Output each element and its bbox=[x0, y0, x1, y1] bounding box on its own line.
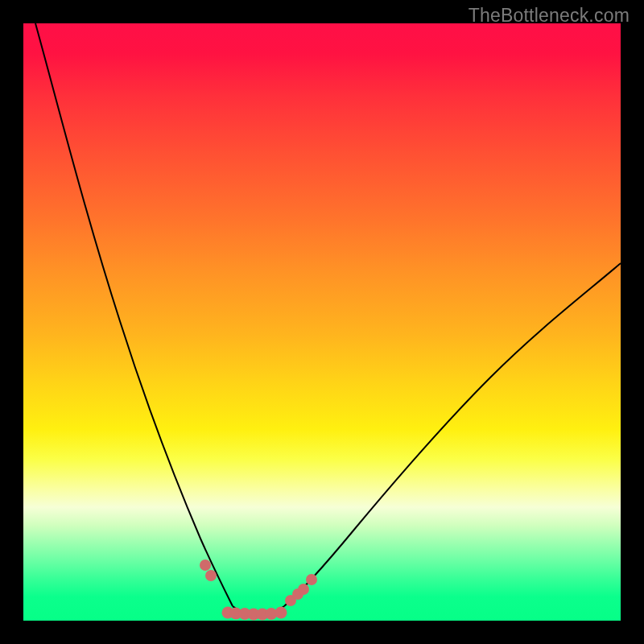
left-dots bbox=[200, 559, 217, 581]
right-curve bbox=[284, 263, 621, 606]
plot-area bbox=[23, 23, 621, 621]
watermark-text: TheBottleneck.com bbox=[469, 5, 630, 27]
svg-point-6 bbox=[275, 607, 287, 619]
left-curve bbox=[35, 23, 233, 606]
svg-point-12 bbox=[306, 574, 317, 585]
svg-point-8 bbox=[205, 570, 217, 581]
bowl-caps bbox=[222, 607, 287, 621]
svg-point-11 bbox=[298, 584, 309, 595]
chart-frame: TheBottleneck.com bbox=[0, 0, 644, 644]
svg-point-7 bbox=[200, 559, 211, 571]
curve-layer bbox=[23, 23, 621, 621]
right-dots bbox=[285, 574, 317, 606]
